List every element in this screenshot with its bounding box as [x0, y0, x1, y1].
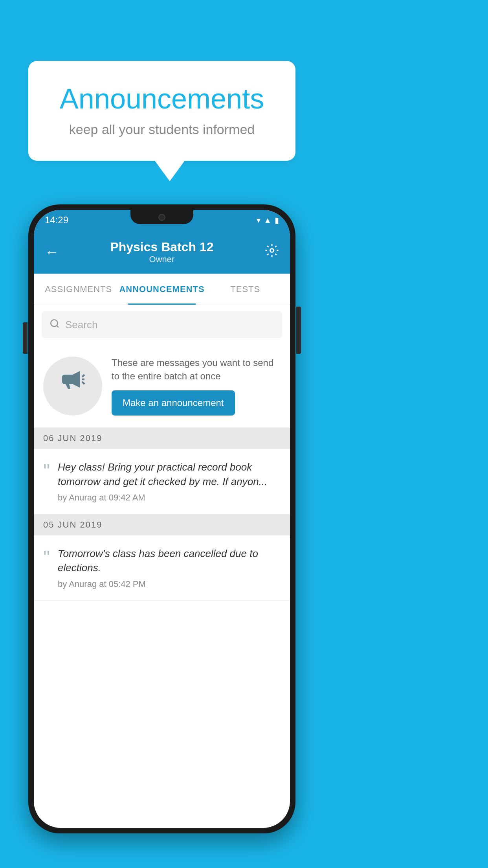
signal-icon: ▲ — [264, 216, 272, 225]
search-icon — [50, 318, 60, 331]
status-icons: ▾ ▲ ▮ — [257, 215, 279, 225]
tab-announcements[interactable]: ANNOUNCEMENTS — [119, 274, 204, 305]
announcement-meta-1: by Anurag at 09:42 AM — [58, 493, 281, 503]
date-separator-2: 05 JUN 2019 — [34, 514, 290, 535]
wifi-icon: ▾ — [257, 215, 261, 225]
svg-line-2 — [57, 326, 59, 327]
app-bar-title-group: Physics Batch 12 Owner — [59, 240, 265, 265]
status-time: 14:29 — [45, 215, 68, 226]
announcement-content-2: Tomorrow's class has been cancelled due … — [58, 546, 281, 589]
phone-outer: 14:29 ▾ ▲ ▮ ← Physics Batch 12 Owner — [28, 204, 295, 833]
search-bar[interactable]: Search — [42, 311, 282, 338]
svg-line-3 — [82, 375, 84, 377]
announcement-description: These are messages you want to send to t… — [112, 356, 281, 383]
announcement-meta-2: by Anurag at 05:42 PM — [58, 579, 281, 589]
phone-notch — [130, 210, 193, 224]
announcement-prompt: These are messages you want to send to t… — [34, 344, 290, 428]
announcement-content-1: Hey class! Bring your practical record b… — [58, 460, 281, 503]
phone-screen: 14:29 ▾ ▲ ▮ ← Physics Batch 12 Owner — [34, 210, 290, 828]
back-button[interactable]: ← — [45, 244, 59, 260]
speech-bubble-tail — [155, 161, 185, 181]
speech-bubble-container: Announcements keep all your students inf… — [28, 61, 295, 181]
svg-point-1 — [51, 320, 57, 326]
app-bar: ← Physics Batch 12 Owner — [34, 230, 290, 274]
quote-icon-2: " — [43, 548, 50, 567]
announcement-right: These are messages you want to send to t… — [112, 356, 281, 416]
tab-assignments[interactable]: ASSIGNMENTS — [38, 274, 119, 305]
svg-point-0 — [270, 249, 274, 252]
tabs-bar: ASSIGNMENTS ANNOUNCEMENTS TESTS — [34, 274, 290, 305]
announcement-text-2: Tomorrow's class has been cancelled due … — [58, 546, 281, 575]
announcement-item-2[interactable]: " Tomorrow's class has been cancelled du… — [34, 535, 290, 601]
megaphone-icon — [59, 369, 87, 403]
search-container: Search — [34, 305, 290, 344]
app-bar-title: Physics Batch 12 — [59, 240, 265, 254]
announcement-text-1: Hey class! Bring your practical record b… — [58, 460, 281, 489]
bubble-subtitle: keep all your students informed — [52, 122, 272, 137]
phone-mockup: 14:29 ▾ ▲ ▮ ← Physics Batch 12 Owner — [28, 204, 295, 833]
tab-tests[interactable]: TESTS — [205, 274, 286, 305]
battery-icon: ▮ — [275, 215, 279, 225]
search-placeholder: Search — [65, 319, 97, 331]
announcement-item-1[interactable]: " Hey class! Bring your practical record… — [34, 449, 290, 514]
app-bar-subtitle: Owner — [59, 254, 265, 265]
date-separator-1: 06 JUN 2019 — [34, 428, 290, 449]
megaphone-circle — [43, 357, 102, 416]
settings-button[interactable] — [265, 243, 279, 261]
svg-line-5 — [82, 382, 84, 384]
quote-icon-1: " — [43, 462, 50, 480]
camera-notch — [158, 214, 165, 221]
bubble-title: Announcements — [52, 83, 272, 115]
make-announcement-button[interactable]: Make an announcement — [112, 390, 235, 416]
speech-bubble: Announcements keep all your students inf… — [28, 61, 295, 161]
